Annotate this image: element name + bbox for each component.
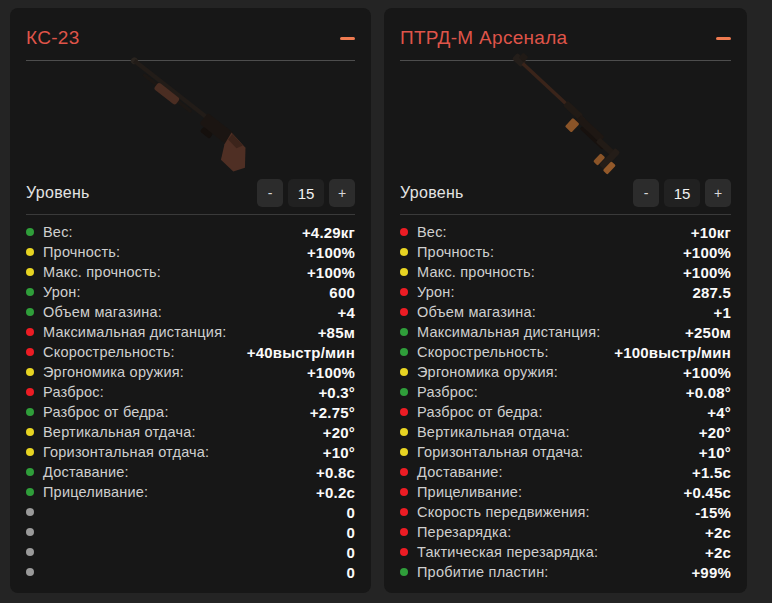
collapse-card-button[interactable] [707, 29, 731, 47]
stat-value: 0 [346, 564, 355, 581]
stat-value: +0.3° [318, 384, 355, 401]
stat-row: Урон:287.5 [400, 282, 731, 302]
stat-value: +2с [705, 544, 731, 561]
stat-row: Разброс:+0.3° [26, 382, 355, 402]
stat-value: 0 [346, 524, 355, 541]
level-value: 15 [288, 179, 324, 207]
stat-row: Перезарядка:+2с [400, 522, 731, 542]
stat-label: Перезарядка: [417, 524, 511, 540]
stat-value: 0 [346, 504, 355, 521]
stat-row: Вертикальная отдача:+20° [26, 422, 355, 442]
stat-dot-green-icon [26, 228, 34, 236]
stat-dot-red-icon [26, 388, 34, 396]
stat-row: Горизонтальная отдача:+10° [400, 442, 731, 462]
stat-value: +10° [323, 444, 355, 461]
weapon-image-area [26, 61, 355, 174]
stat-row: Объем магазина:+4 [26, 302, 355, 322]
stat-value: 287.5 [692, 284, 731, 301]
stat-dot-red-icon [26, 328, 34, 336]
stat-row: Макс. прочность:+100% [400, 262, 731, 282]
stat-row: Прочность:+100% [26, 242, 355, 262]
level-label: Уровень [400, 184, 464, 202]
stat-dot-green-icon [26, 468, 34, 476]
stat-label: Максимальная дистанция: [43, 324, 226, 340]
stat-row: Разброс от бедра:+2.75° [26, 402, 355, 422]
stat-label: Разброс от бедра: [43, 404, 169, 420]
stat-value: +40выстр/мин [247, 344, 355, 361]
stat-label: Объем магазина: [417, 304, 536, 320]
stat-label: Разброс от бедра: [417, 404, 543, 420]
stat-label: Пробитие пластин: [417, 564, 549, 580]
stat-dot-yellow-icon [26, 248, 34, 256]
stat-label: Вертикальная отдача: [417, 424, 570, 440]
stat-value: +1 [713, 304, 731, 321]
stat-label: Скорострельность: [417, 344, 549, 360]
level-value: 15 [664, 179, 700, 207]
weapon-comparison-page: КС-23 Уровень - 15 + [0, 0, 772, 603]
stat-dot-yellow-icon [400, 268, 408, 276]
stat-row: Максимальная дистанция:+250м [400, 322, 731, 342]
level-increase-button[interactable]: + [329, 179, 355, 207]
stat-label: Скорость передвижения: [417, 504, 590, 520]
stat-value: +10кг [691, 224, 731, 241]
stat-value: +2.75° [310, 404, 355, 421]
stats-list: Вес:+10кгПрочность:+100%Макс. прочность:… [400, 215, 731, 582]
stat-row: Скорострельность:+40выстр/мин [26, 342, 355, 362]
stat-label: Вертикальная отдача: [43, 424, 196, 440]
level-label: Уровень [26, 184, 90, 202]
stat-label: Максимальная дистанция: [417, 324, 600, 340]
stat-value: +100% [307, 244, 355, 261]
stat-row: Доставание:+0.8с [26, 462, 355, 482]
stat-value: +4° [707, 404, 731, 421]
stat-label: Разброс: [43, 384, 104, 400]
stat-row: Вес:+4.29кг [26, 222, 355, 242]
weapon-card-ks23: КС-23 Уровень - 15 + [10, 8, 371, 593]
stat-dot-red-icon [400, 488, 408, 496]
stat-row: Вес:+10кг [400, 222, 731, 242]
stat-dot-green-icon [26, 408, 34, 416]
stat-dot-yellow-icon [26, 268, 34, 276]
stat-value: +85м [318, 324, 355, 341]
stat-dot-red-icon [400, 408, 408, 416]
stat-dot-red-icon [400, 288, 408, 296]
stat-dot-gray-icon [26, 528, 34, 536]
stat-label: Вес: [43, 224, 73, 240]
stat-dot-green-icon [400, 328, 408, 336]
level-decrease-button[interactable]: - [633, 179, 659, 207]
stat-label: Прочность: [417, 244, 494, 260]
collapse-card-button[interactable] [331, 29, 355, 47]
stat-label: Горизонтальная отдача: [417, 444, 583, 460]
stat-row: Доставание:+1.5с [400, 462, 731, 482]
stat-value: +4 [337, 304, 355, 321]
stat-row: Максимальная дистанция:+85м [26, 322, 355, 342]
stat-label: Эргономика оружия: [417, 364, 558, 380]
stat-dot-red-icon [400, 508, 408, 516]
stat-value: +100% [683, 264, 731, 281]
stat-dot-green-icon [26, 488, 34, 496]
stat-dot-red-icon [400, 548, 408, 556]
stat-value: 600 [329, 284, 355, 301]
stat-row: Вертикальная отдача:+20° [400, 422, 731, 442]
stat-dot-gray-icon [26, 568, 34, 576]
level-decrease-button[interactable]: - [257, 179, 283, 207]
stat-row: Прочность:+100% [400, 242, 731, 262]
stat-row: Скорострельность:+100выстр/мин [400, 342, 731, 362]
stat-label: Эргономика оружия: [43, 364, 184, 380]
stat-value: +100% [683, 364, 731, 381]
stat-label: Разброс: [417, 384, 478, 400]
stat-dot-green-icon [400, 388, 408, 396]
level-row: Уровень - 15 + [400, 174, 731, 212]
stat-value: +100% [683, 244, 731, 261]
stat-value: +0.08° [686, 384, 731, 401]
stat-row: Пробитие пластин:+99% [400, 562, 731, 582]
level-increase-button[interactable]: + [705, 179, 731, 207]
stat-row: 0 [26, 562, 355, 582]
minus-icon [716, 37, 731, 40]
stat-row: 0 [26, 542, 355, 562]
stat-dot-yellow-icon [400, 448, 408, 456]
stat-dot-red-icon [400, 468, 408, 476]
stat-label: Доставание: [417, 464, 503, 480]
stat-label: Горизонтальная отдача: [43, 444, 209, 460]
stat-dot-red-icon [400, 308, 408, 316]
stat-value: +100% [307, 364, 355, 381]
